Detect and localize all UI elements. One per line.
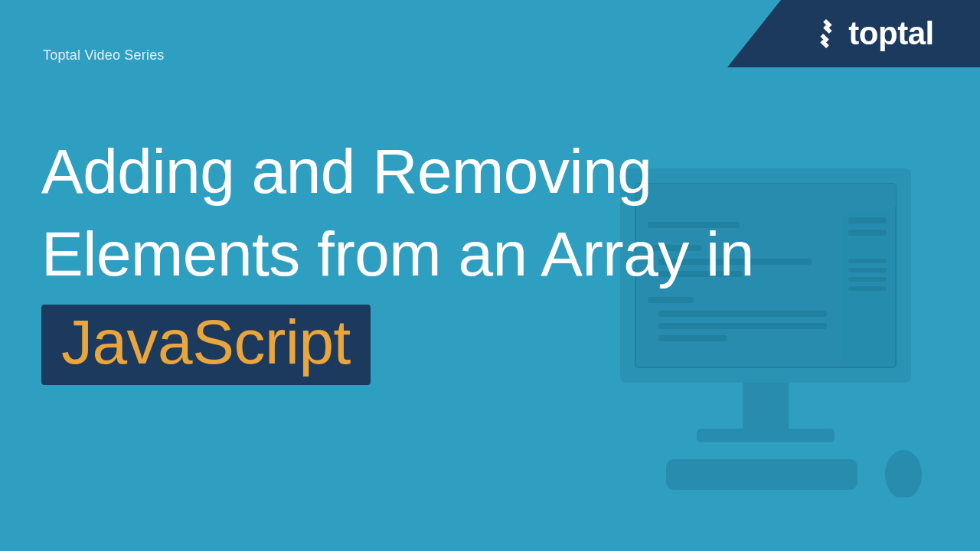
title-line-1: Adding and Removing [41, 136, 652, 206]
series-subtitle: Toptal Video Series [43, 47, 165, 64]
brand-banner: toptal [727, 0, 980, 67]
title-line-2: Elements from an Array in [41, 219, 754, 289]
video-title: Adding and Removing Elements from an Arr… [41, 130, 949, 385]
svg-rect-21 [697, 429, 835, 442]
toptal-logo-icon [812, 19, 841, 48]
language-tag: JavaScript [41, 305, 371, 384]
svg-rect-20 [743, 383, 789, 429]
brand-name: toptal [848, 15, 933, 52]
svg-point-23 [885, 450, 922, 497]
svg-rect-22 [666, 459, 858, 490]
